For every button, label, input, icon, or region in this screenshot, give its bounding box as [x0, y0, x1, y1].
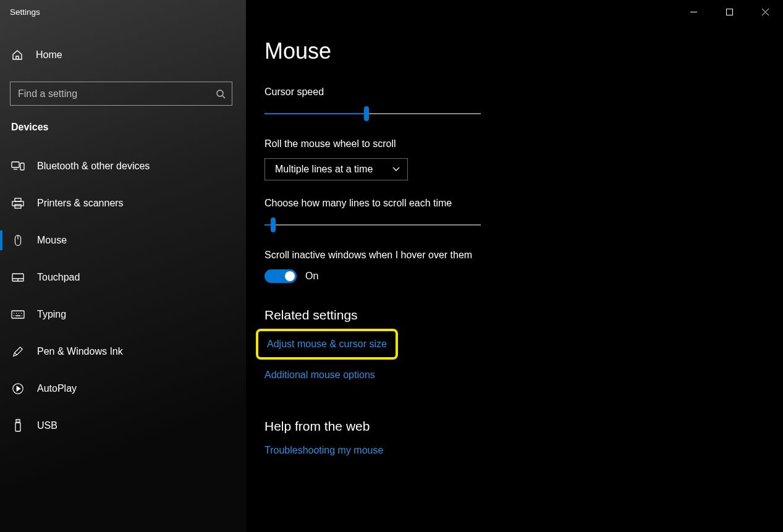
home-nav[interactable]: Home [0, 38, 246, 72]
touchpad-icon [11, 272, 25, 282]
maximize-button[interactable] [711, 0, 747, 23]
nav-item-mouse[interactable]: Mouse [0, 222, 246, 259]
close-button[interactable] [747, 0, 783, 23]
nav-label: Pen & Windows Ink [37, 346, 123, 357]
app-title: Settings [0, 6, 246, 25]
scroll-mode-block: Roll the mouse wheel to scroll Multiple … [265, 138, 783, 180]
cursor-speed-block: Cursor speed [265, 87, 783, 121]
svg-rect-12 [690, 12, 697, 12]
dropdown-value: Multiple lines at a time [275, 164, 373, 175]
scroll-mode-label: Roll the mouse wheel to scroll [265, 138, 783, 150]
nav-item-usb[interactable]: USB [0, 407, 246, 444]
help-title: Help from the web [265, 419, 783, 434]
adjust-cursor-link[interactable]: Adjust mouse & cursor size [267, 334, 387, 355]
nav-item-typing[interactable]: Typing [0, 296, 246, 333]
nav-label: Mouse [37, 235, 67, 246]
search-input[interactable] [18, 88, 216, 99]
nav-item-autoplay[interactable]: AutoPlay [0, 370, 246, 407]
svg-rect-3 [12, 201, 23, 206]
nav-label: Touchpad [37, 272, 80, 283]
usb-icon [11, 419, 25, 433]
category-title: Devices [0, 106, 246, 140]
autoplay-icon [11, 382, 25, 395]
nav-item-touchpad[interactable]: Touchpad [0, 259, 246, 296]
hover-scroll-toggle[interactable] [265, 269, 297, 283]
highlighted-link-box: Adjust mouse & cursor size [256, 329, 398, 360]
cursor-speed-slider[interactable] [265, 106, 481, 121]
nav-label: USB [37, 420, 57, 431]
devices-icon [11, 161, 25, 172]
nav-label: Typing [37, 309, 66, 320]
svg-rect-11 [16, 420, 20, 423]
main-content: Mouse Cursor speed Roll the mouse wheel … [246, 0, 783, 532]
scroll-mode-dropdown[interactable]: Multiple lines at a time [265, 158, 408, 180]
nav-label: Bluetooth & other devices [37, 161, 150, 172]
home-label: Home [36, 49, 62, 61]
search-icon [216, 89, 226, 99]
scroll-lines-slider[interactable] [265, 217, 481, 232]
toggle-state: On [305, 271, 318, 282]
search-box[interactable] [10, 82, 232, 106]
page-title: Mouse [265, 38, 783, 64]
home-icon [11, 49, 23, 61]
nav-label: AutoPlay [37, 383, 77, 394]
svg-rect-2 [20, 163, 24, 170]
nav-item-printers[interactable]: Printers & scanners [0, 185, 246, 222]
nav-item-bluetooth[interactable]: Bluetooth & other devices [0, 148, 246, 185]
keyboard-icon [11, 310, 25, 319]
svg-rect-8 [12, 311, 24, 318]
additional-mouse-link[interactable]: Additional mouse options [265, 365, 375, 386]
svg-rect-13 [726, 9, 732, 15]
mouse-icon [11, 234, 25, 247]
pen-icon [11, 345, 25, 358]
svg-point-0 [217, 90, 223, 96]
nav-item-pen[interactable]: Pen & Windows Ink [0, 333, 246, 370]
scroll-lines-block: Choose how many lines to scroll each tim… [265, 198, 783, 232]
related-settings-title: Related settings [265, 308, 783, 323]
scroll-lines-label: Choose how many lines to scroll each tim… [265, 198, 783, 209]
nav-list: Bluetooth & other devices Printers & sca… [0, 148, 246, 444]
chevron-down-icon [392, 167, 400, 172]
hover-scroll-block: Scroll inactive windows when I hover ove… [265, 250, 783, 283]
sidebar: Settings Home Devices Bluetooth & other … [0, 0, 246, 532]
svg-rect-10 [15, 423, 20, 431]
minimize-button[interactable] [675, 0, 711, 23]
svg-rect-4 [15, 198, 21, 201]
cursor-speed-label: Cursor speed [265, 87, 783, 98]
svg-rect-1 [12, 162, 19, 167]
nav-label: Printers & scanners [37, 198, 124, 209]
printer-icon [11, 198, 25, 209]
svg-rect-5 [15, 205, 21, 208]
hover-scroll-label: Scroll inactive windows when I hover ove… [265, 250, 783, 261]
window-controls [675, 0, 783, 23]
troubleshoot-link[interactable]: Troubleshooting my mouse [265, 440, 383, 461]
